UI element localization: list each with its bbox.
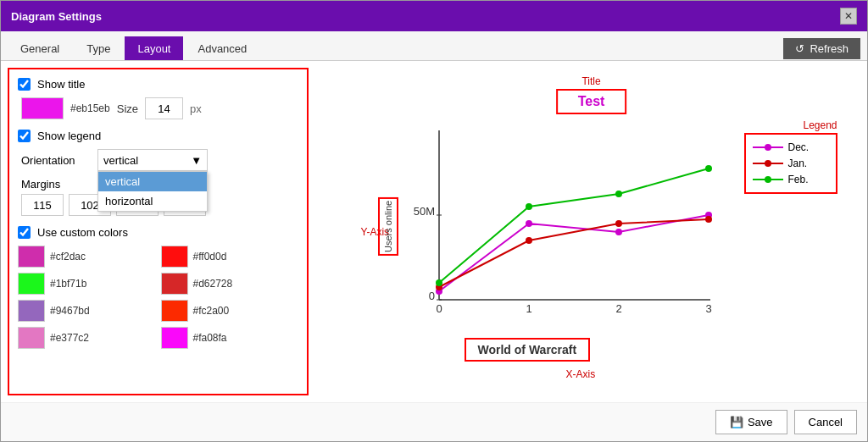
save-icon: 💾 bbox=[730, 416, 743, 428]
refresh-button[interactable]: ↺ Refresh bbox=[783, 38, 860, 59]
chart-area: Title Test Y-Axis Users online 50M 0 bbox=[346, 75, 837, 389]
color-item-6: #e377c2 bbox=[18, 327, 156, 349]
left-panel: Show title #eb15eb Size px Show legend O… bbox=[8, 68, 309, 395]
svg-point-21 bbox=[705, 165, 712, 172]
size-input[interactable] bbox=[145, 97, 183, 119]
chart-svg: 50M 0 0 1 2 3 bbox=[414, 122, 719, 325]
footer: 💾 Save Cancel bbox=[1, 402, 867, 441]
color-swatch-2[interactable] bbox=[18, 273, 45, 295]
custom-colors-label: Use custom colors bbox=[37, 226, 128, 239]
show-title-row: Show title bbox=[18, 78, 298, 91]
x-axis-title-box: World of Warcraft bbox=[465, 338, 591, 362]
save-button[interactable]: 💾 Save bbox=[715, 410, 787, 434]
svg-point-27 bbox=[765, 176, 771, 183]
legend-line-feb bbox=[753, 175, 783, 184]
orientation-row: Orientation vertical ▼ vertical horizont… bbox=[18, 149, 298, 171]
color-item-0: #cf2dac bbox=[18, 246, 156, 268]
tab-type[interactable]: Type bbox=[74, 36, 123, 60]
orientation-dropdown-btn[interactable]: vertical ▼ bbox=[97, 149, 208, 171]
y-axis-data-label: Users online bbox=[378, 197, 398, 256]
show-title-checkbox[interactable] bbox=[18, 78, 31, 91]
size-label: Size bbox=[117, 102, 138, 115]
dropdown-arrow-icon: ▼ bbox=[191, 154, 202, 167]
refresh-label: Refresh bbox=[810, 42, 849, 55]
color-swatch-3[interactable] bbox=[161, 273, 188, 295]
legend-line-dec bbox=[753, 143, 783, 152]
color-text-4: #9467bd bbox=[50, 305, 90, 317]
svg-text:0: 0 bbox=[436, 302, 442, 315]
legend-line-jan bbox=[753, 159, 783, 168]
color-text-6: #e377c2 bbox=[50, 332, 89, 344]
color-text-7: #fa08fa bbox=[193, 332, 227, 344]
color-text-0: #cf2dac bbox=[50, 251, 86, 262]
custom-colors-checkbox[interactable] bbox=[18, 226, 31, 239]
svg-point-23 bbox=[765, 144, 771, 151]
legend-title-label: Legend bbox=[803, 119, 837, 131]
color-swatch-0[interactable] bbox=[18, 246, 45, 268]
cancel-button[interactable]: Cancel bbox=[794, 410, 857, 434]
title-color-swatch[interactable] bbox=[21, 97, 64, 119]
tab-advanced[interactable]: Advanced bbox=[185, 36, 259, 60]
close-button[interactable]: ✕ bbox=[840, 8, 857, 25]
orientation-dropdown-menu: vertical horizontal bbox=[97, 171, 208, 212]
show-legend-label: Show legend bbox=[37, 130, 101, 142]
color-text-5: #fc2a00 bbox=[193, 305, 230, 317]
chart-title-label: Title bbox=[581, 75, 600, 87]
color-swatch-4[interactable] bbox=[18, 300, 45, 322]
show-title-label: Show title bbox=[37, 78, 85, 91]
show-legend-checkbox[interactable] bbox=[18, 130, 31, 142]
title-color-text: #eb15eb bbox=[70, 102, 110, 114]
legend-label-jan: Jan. bbox=[788, 157, 808, 169]
orientation-value: vertical bbox=[103, 154, 138, 167]
tab-general[interactable]: General bbox=[8, 36, 72, 60]
color-item-2: #1bf71b bbox=[18, 273, 156, 295]
color-swatch-6[interactable] bbox=[18, 327, 45, 349]
refresh-icon: ↺ bbox=[795, 42, 804, 55]
dialog: Diagram Settings ✕ General Type Layout A… bbox=[0, 0, 868, 442]
orientation-option-vertical[interactable]: vertical bbox=[98, 172, 207, 191]
title-color-size-row: #eb15eb Size px bbox=[18, 97, 298, 119]
svg-point-16 bbox=[615, 220, 622, 227]
svg-point-17 bbox=[705, 216, 712, 223]
svg-point-11 bbox=[526, 220, 532, 227]
color-text-3: #d62728 bbox=[193, 278, 233, 290]
svg-point-25 bbox=[765, 160, 771, 167]
svg-point-12 bbox=[615, 229, 622, 235]
custom-colors-row: Use custom colors bbox=[18, 226, 298, 239]
color-item-5: #fc2a00 bbox=[161, 300, 299, 322]
legend-box: Dec. Jan. Feb. bbox=[744, 133, 837, 194]
svg-text:0: 0 bbox=[428, 290, 434, 302]
svg-point-15 bbox=[526, 237, 532, 244]
orientation-dropdown[interactable]: vertical ▼ vertical horizontal bbox=[97, 149, 208, 171]
orientation-option-horizontal[interactable]: horizontal bbox=[98, 191, 207, 211]
color-item-7: #fa08fa bbox=[161, 327, 299, 349]
cancel-label: Cancel bbox=[809, 416, 843, 428]
svg-point-19 bbox=[526, 203, 532, 210]
orientation-label: Orientation bbox=[21, 154, 89, 167]
color-swatch-5[interactable] bbox=[161, 300, 188, 322]
px-label: px bbox=[190, 102, 202, 115]
legend-item-dec: Dec. bbox=[753, 141, 829, 153]
svg-text:2: 2 bbox=[615, 302, 621, 315]
colors-grid: #cf2dac #ff0d0d #1bf71b #d62728 #9467bd bbox=[18, 246, 298, 349]
tab-layout[interactable]: Layout bbox=[125, 36, 183, 60]
chart-title-box: Test bbox=[556, 89, 627, 114]
svg-text:3: 3 bbox=[705, 302, 711, 315]
main-content: Show title #eb15eb Size px Show legend O… bbox=[1, 61, 867, 402]
right-panel: Title Test Y-Axis Users online 50M 0 bbox=[315, 61, 867, 402]
margin-input-1[interactable] bbox=[21, 194, 64, 216]
show-legend-row: Show legend bbox=[18, 130, 298, 142]
legend-label-dec: Dec. bbox=[788, 141, 810, 153]
dialog-title: Diagram Settings bbox=[11, 10, 102, 23]
color-swatch-1[interactable] bbox=[161, 246, 188, 268]
legend-item-jan: Jan. bbox=[753, 157, 829, 169]
svg-point-18 bbox=[436, 279, 442, 286]
svg-point-20 bbox=[615, 191, 622, 197]
color-swatch-7[interactable] bbox=[161, 327, 188, 349]
save-label: Save bbox=[748, 416, 773, 428]
legend-item-feb: Feb. bbox=[753, 174, 829, 185]
x-axis-label: X-Axis bbox=[566, 368, 596, 380]
tabs-bar: General Type Layout Advanced ↺ Refresh bbox=[1, 31, 867, 61]
color-item-1: #ff0d0d bbox=[161, 246, 299, 268]
title-bar: Diagram Settings ✕ bbox=[1, 1, 867, 31]
